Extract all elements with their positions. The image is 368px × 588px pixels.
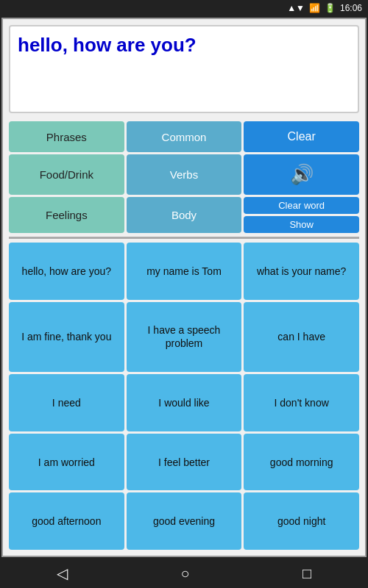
cat-body-button[interactable]: Body (127, 197, 242, 233)
app-container: hello, how are you? Phrases Common Clear… (1, 18, 367, 557)
phrase-canhave[interactable]: can I have (244, 302, 359, 373)
phrase-wouldlike[interactable]: I would like (127, 374, 242, 431)
phrase-feelbetter[interactable]: I feel better (127, 434, 242, 491)
nav-back-icon[interactable]: ◁ (57, 564, 68, 582)
category-grid: Phrases Common Clear Food/Drink Verbs 🔊 … (3, 119, 365, 235)
nav-home-icon[interactable]: ○ (180, 565, 189, 582)
phrase-fine[interactable]: I am fine, thank you (9, 302, 124, 373)
phrase-goodmorning[interactable]: good morning (244, 434, 359, 491)
nav-bar: ◁ ○ □ (0, 559, 368, 588)
cat-common-button[interactable]: Common (127, 121, 242, 152)
phrases-grid: hello, how are you? my name is Tom what … (3, 240, 365, 556)
phrase-speech[interactable]: I have a speech problem (127, 302, 242, 373)
cat-show-button[interactable]: Show (244, 216, 359, 233)
divider (9, 237, 359, 239)
phrase-goodnight[interactable]: good night (244, 492, 359, 550)
cat-clear-button[interactable]: Clear (244, 121, 359, 152)
phrase-hello[interactable]: hello, how are you? (9, 243, 124, 300)
nav-recents-icon[interactable]: □ (302, 565, 311, 582)
phrase-goodafternoon[interactable]: good afternoon (9, 492, 124, 550)
phrase-myname[interactable]: my name is Tom (127, 243, 242, 300)
phrase-dontknow[interactable]: I don't know (244, 374, 359, 431)
status-bar: ▲▼ 📶 🔋 16:06 (0, 0, 368, 16)
cat-verbs-button[interactable]: Verbs (127, 154, 242, 195)
cat-feelings-button[interactable]: Feelings (9, 197, 124, 233)
text-display-text: hello, how are you? (18, 34, 197, 56)
cat-fooddrink-button[interactable]: Food/Drink (9, 154, 124, 195)
text-display: hello, how are you? (9, 25, 359, 113)
phrase-need[interactable]: I need (9, 374, 124, 431)
clear-show-group: Clear word Show (244, 197, 359, 233)
status-signal: ▲▼ (287, 3, 305, 13)
phrase-worried[interactable]: I am worried (9, 434, 124, 491)
status-battery: 🔋 (325, 3, 336, 13)
phrase-whatname[interactable]: what is your name? (244, 243, 359, 300)
phrase-goodevening[interactable]: good evening (127, 492, 242, 550)
cat-phrases-button[interactable]: Phrases (9, 121, 124, 152)
status-time: 16:06 (340, 3, 362, 13)
cat-clearword-button[interactable]: Clear word (244, 197, 359, 214)
cat-speak-button[interactable]: 🔊 (244, 154, 359, 195)
status-wifi: 📶 (309, 3, 320, 13)
